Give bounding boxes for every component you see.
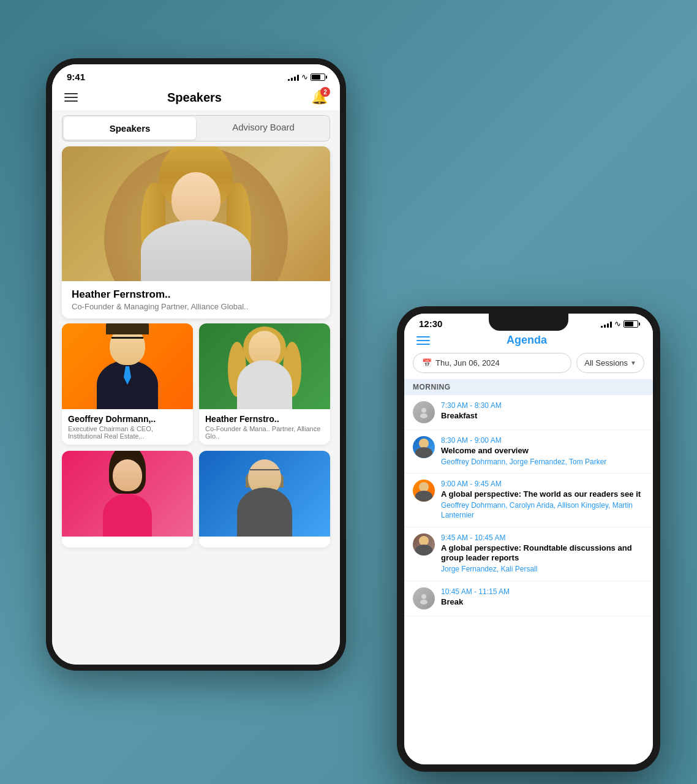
featured-speaker-image bbox=[62, 146, 330, 281]
speaker-title-2: Co-Founder & Mana.. Partner, Alliance Gl… bbox=[205, 425, 324, 440]
featured-speaker-card[interactable]: Heather Fernstrom.. Co-Founder & Managin… bbox=[62, 146, 330, 318]
roundtable-time: 9:45 AM - 10:45 AM bbox=[441, 533, 644, 542]
welcome-title: Welcome and overview bbox=[441, 446, 644, 456]
roundtable-title: A global perspective: Roundtable discuss… bbox=[441, 543, 644, 564]
speaker-image-1 bbox=[62, 323, 193, 409]
agenda-item-break[interactable]: 10:45 AM - 11:15 AM Break bbox=[404, 581, 653, 616]
phone-notch bbox=[489, 314, 568, 331]
featured-speaker-name: Heather Fernstrom.. bbox=[72, 288, 320, 301]
roundtable-speakers: Jorge Fernandez, Kali Persall bbox=[441, 565, 644, 575]
breakfast-title: Breakfast bbox=[441, 411, 644, 421]
break-person-icon bbox=[418, 592, 430, 605]
battery-icon bbox=[311, 74, 325, 81]
sessions-label: All Sessions bbox=[584, 358, 628, 368]
agenda-item-welcome[interactable]: 8:30 AM - 9:00 AM Welcome and overview G… bbox=[404, 430, 653, 473]
back-status-icons: ∿ bbox=[288, 72, 325, 81]
roundtable-avatar bbox=[413, 533, 435, 556]
front-wifi-icon: ∿ bbox=[614, 319, 621, 328]
front-time: 12:30 bbox=[419, 318, 442, 329]
front-signal-icon bbox=[601, 320, 612, 328]
speaker-title-1: Executive Chairman & CEO, Institutional … bbox=[68, 425, 187, 440]
speakers-grid: Geoffrey Dohrmann,.. Executive Chairman … bbox=[62, 323, 330, 548]
svg-point-3 bbox=[420, 600, 428, 605]
agenda-item-roundtable[interactable]: 9:45 AM - 10:45 AM A global perspective:… bbox=[404, 527, 653, 581]
tab-speakers[interactable]: Speakers bbox=[64, 117, 196, 140]
calendar-icon: 📅 bbox=[422, 358, 432, 368]
global-time: 9:00 AM - 9:45 AM bbox=[441, 480, 644, 488]
speakers-app-bar: Speakers 🔔 2 bbox=[52, 85, 340, 110]
break-avatar bbox=[413, 587, 435, 609]
dropdown-arrow-icon: ▼ bbox=[630, 360, 636, 366]
breakfast-avatar bbox=[413, 401, 435, 423]
notification-button[interactable]: 🔔 2 bbox=[311, 89, 328, 105]
svg-point-0 bbox=[421, 408, 426, 413]
break-title: Break bbox=[441, 597, 644, 608]
speaker-card-2[interactable]: Heather Fernstro.. Co-Founder & Mana.. P… bbox=[199, 323, 330, 445]
break-time: 10:45 AM - 11:15 AM bbox=[441, 587, 644, 596]
welcome-time: 8:30 AM - 9:00 AM bbox=[441, 436, 644, 445]
speakers-phone: 9:41 ∿ Speakers bbox=[46, 58, 346, 671]
speaker-card-3[interactable] bbox=[62, 451, 193, 548]
date-filter-row: 📅 Thu, Jun 06, 2024 All Sessions ▼ bbox=[404, 353, 653, 379]
svg-point-1 bbox=[420, 413, 428, 418]
speaker-card-4[interactable] bbox=[199, 451, 330, 548]
date-filter-button[interactable]: 📅 Thu, Jun 06, 2024 bbox=[413, 353, 571, 373]
speaker-name-1: Geoffrey Dohrmann,.. bbox=[68, 414, 187, 424]
sessions-dropdown[interactable]: All Sessions ▼ bbox=[576, 353, 644, 373]
back-phone-status-bar: 9:41 ∿ bbox=[52, 64, 340, 85]
morning-section-header: MORNING bbox=[404, 379, 653, 395]
speakers-tabs: Speakers Advisory Board bbox=[62, 115, 330, 141]
welcome-avatar bbox=[413, 436, 435, 458]
speaker-image-2 bbox=[199, 323, 330, 409]
agenda-item-global[interactable]: 9:00 AM - 9:45 AM A global perspective: … bbox=[404, 473, 653, 527]
agenda-item-breakfast[interactable]: 7:30 AM - 8:30 AM Breakfast bbox=[404, 395, 653, 430]
signal-icon bbox=[288, 74, 299, 81]
featured-speaker-title: Co-Founder & Managing Partner, Alliance … bbox=[72, 302, 320, 311]
speaker-card-1[interactable]: Geoffrey Dohrmann,.. Executive Chairman … bbox=[62, 323, 193, 445]
hamburger-icon[interactable] bbox=[64, 93, 78, 102]
tab-advisory-board[interactable]: Advisory Board bbox=[197, 116, 330, 141]
person-icon bbox=[418, 406, 430, 418]
agenda-hamburger-icon[interactable] bbox=[416, 336, 430, 345]
speaker-name-2: Heather Fernstro.. bbox=[205, 414, 324, 424]
speaker-image-3 bbox=[62, 451, 193, 537]
breakfast-time: 7:30 AM - 8:30 AM bbox=[441, 401, 644, 410]
agenda-list: 7:30 AM - 8:30 AM Breakfast 8:30 AM - 9:… bbox=[404, 395, 653, 616]
date-label: Thu, Jun 06, 2024 bbox=[435, 358, 500, 368]
global-avatar bbox=[413, 480, 435, 502]
back-time: 9:41 bbox=[67, 72, 85, 82]
agenda-title: Agenda bbox=[507, 334, 547, 347]
speaker-image-4 bbox=[199, 451, 330, 537]
global-title: A global perspective: The world as our r… bbox=[441, 489, 644, 500]
wifi-icon: ∿ bbox=[301, 72, 308, 81]
agenda-phone: 12:30 ∿ Agenda bbox=[397, 306, 660, 772]
global-speakers: Geoffrey Dohrmann, Carolyn Arida, Alliso… bbox=[441, 501, 644, 520]
front-battery-icon bbox=[624, 320, 638, 328]
svg-point-2 bbox=[421, 594, 426, 599]
notification-badge: 2 bbox=[320, 87, 330, 97]
welcome-speakers: Geoffrey Dohrmann, Jorge Fernandez, Tom … bbox=[441, 458, 644, 467]
front-status-icons: ∿ bbox=[601, 319, 638, 328]
speakers-title: Speakers bbox=[167, 91, 222, 105]
agenda-app-bar: Agenda bbox=[404, 330, 653, 353]
